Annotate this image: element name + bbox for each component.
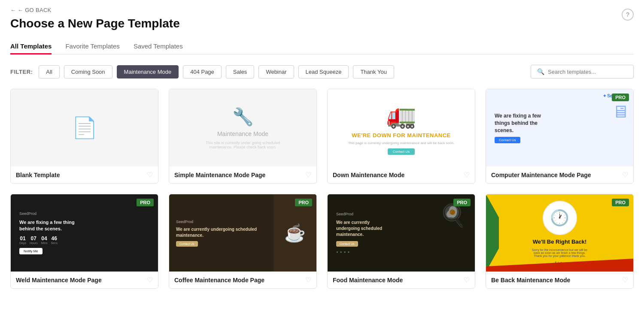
template-thumb-coffee: SeedProd We are currently undergoing sch… [169, 194, 316, 272]
help-button[interactable]: ? [622, 9, 634, 21]
filter-btn-all[interactable]: All [39, 65, 59, 78]
favorite-icon-food[interactable]: ♡ [464, 276, 470, 284]
template-thumb-blank: 📄 [11, 89, 158, 166]
beback-maintenance-preview: 🕐 We'll Be Right Back! Sorry for the inc… [486, 194, 633, 272]
count-hours: 07 [30, 235, 38, 241]
favorite-icon-coffee[interactable]: ♡ [305, 276, 311, 284]
template-thumb-weld: SeedProd We are fixing a few thing behin… [11, 194, 158, 272]
favorite-icon-down[interactable]: ♡ [464, 171, 470, 179]
food-social-2: ● [340, 250, 342, 254]
template-footer-simple: Simple Maintenance Mode Page ♡ [169, 166, 316, 183]
food-social-4: ● [348, 250, 350, 254]
favorite-icon-beback[interactable]: ♡ [622, 276, 628, 284]
simple-maintenance-title: Maintenance Mode [217, 130, 268, 137]
search-icon: 🔍 [537, 68, 544, 75]
blank-doc-icon: 📄 [72, 116, 97, 140]
coffee-maintenance-preview: SeedProd We are currently undergoing sch… [169, 194, 316, 272]
tab-favorite-templates[interactable]: Favorite Templates [65, 39, 119, 54]
computer-maintenance-preview: ✦ SeedProd We are fixing a few things be… [486, 89, 633, 166]
weld-countdown: 01Days 07Hours 04Mins 46Secs [19, 235, 58, 245]
tab-all-templates[interactable]: All Templates [10, 39, 52, 54]
template-name-computer: Computer Maintenance Mode Page [491, 172, 591, 178]
go-back-text: ← GO BACK [18, 7, 52, 13]
count-secs: 46 [51, 235, 58, 241]
favorite-icon-weld[interactable]: ♡ [147, 276, 153, 284]
weld-maintenance-preview: SeedProd We are fixing a few thing behin… [11, 194, 158, 272]
template-card-coffee-maintenance[interactable]: SeedProd We are currently undergoing sch… [169, 194, 317, 289]
simple-maintenance-preview: 🔧 Maintenance Mode This site is currentl… [204, 107, 282, 149]
filter-btn-sales[interactable]: Sales [226, 65, 255, 78]
search-input[interactable] [548, 69, 627, 75]
pro-badge-coffee: PRO [295, 199, 312, 206]
computer-cta-btn: Contact Us [495, 137, 520, 143]
coffee-left-panel: SeedProd We are currently undergoing sch… [169, 194, 273, 272]
filter-btn-coming-soon[interactable]: Coming Soon [64, 65, 112, 78]
favorite-icon-computer[interactable]: ♡ [622, 171, 628, 179]
clock-icon: 🕐 [543, 201, 577, 235]
filter-row: FILTER: All Coming Soon Maintenance Mode… [10, 65, 634, 78]
template-card-down-maintenance[interactable]: 🚛 WE'RE DOWN FOR MAINTENANCE This page i… [327, 89, 475, 184]
truck-icon: 🚛 [386, 101, 416, 130]
coffee-logo: SeedProd [176, 220, 267, 224]
down-maintenance-subtext: This page is currently undergoing mainte… [348, 141, 454, 145]
filter-btn-thank-you[interactable]: Thank You [353, 65, 394, 78]
food-maintenance-preview: SeedProd We are currently undergoing sch… [328, 194, 475, 272]
food-social-3: ● [344, 250, 346, 254]
template-thumb-simple: 🔧 Maintenance Mode This site is currentl… [169, 89, 316, 166]
filter-btn-lead-squeeze[interactable]: Lead Squeeze [298, 65, 349, 78]
down-maintenance-btn: Contact Us [388, 148, 415, 155]
favorite-icon-blank[interactable]: ♡ [147, 171, 153, 179]
monitor-icon: 🖥 [612, 102, 629, 121]
down-maintenance-preview: 🚛 WE'RE DOWN FOR MAINTENANCE This page i… [328, 89, 475, 166]
filter-btn-webinar[interactable]: Webinar [258, 65, 294, 78]
template-name-food: Food Maintenance Mode [333, 277, 403, 284]
wrench-icon: 🔧 [232, 107, 254, 127]
template-name-weld: Weld Maintenance Mode Page [16, 277, 102, 284]
food-social-1: ● [336, 250, 338, 254]
weld-btn: Notify Me [19, 248, 43, 254]
template-footer-food: Food Maintenance Mode ♡ [328, 272, 475, 288]
count-secs-lbl: Secs [51, 241, 58, 245]
template-footer-down: Down Maintenance Mode ♡ [328, 166, 475, 183]
template-footer-coffee: Coffee Maintenance Mode Page ♡ [169, 272, 316, 288]
food-text: We are currently undergoing scheduled ma… [336, 220, 392, 238]
green-wave [486, 194, 499, 272]
food-logo: SeedProd [336, 212, 353, 216]
weld-text: We are fixing a few thing behind the sce… [19, 219, 75, 232]
template-card-beback-maintenance[interactable]: 🕐 We'll Be Right Back! Sorry for the inc… [486, 194, 634, 289]
template-thumb-down: 🚛 WE'RE DOWN FOR MAINTENANCE This page i… [328, 89, 475, 166]
beback-subtext: Sorry for the inconvenience but we will … [530, 248, 590, 257]
template-name-beback: Be Back Maintenance Mode [491, 277, 570, 284]
filter-label: FILTER: [10, 69, 33, 75]
weld-logo: SeedProd [19, 211, 36, 216]
coffee-text: We are currently undergoing scheduled ma… [176, 226, 267, 238]
favorite-icon-simple[interactable]: ♡ [305, 171, 311, 179]
filter-btn-maintenance[interactable]: Maintenance Mode [117, 65, 179, 78]
page-title: Choose a New Page Template [10, 17, 634, 30]
template-footer-weld: Weld Maintenance Mode Page ♡ [11, 272, 158, 288]
count-mins: 04 [41, 235, 48, 241]
template-footer-blank: Blank Template ♡ [11, 166, 158, 183]
coffee-btn: Contact Us [176, 241, 198, 247]
template-card-blank[interactable]: 📄 Blank Template ♡ [10, 89, 158, 184]
pro-badge-food: PRO [453, 199, 471, 206]
template-card-computer-maintenance[interactable]: ✦ SeedProd We are fixing a few things be… [486, 89, 634, 184]
template-name-blank: Blank Template [16, 172, 60, 178]
template-footer-computer: Computer Maintenance Mode Page ♡ [486, 166, 633, 183]
template-name-down: Down Maintenance Mode [333, 172, 404, 178]
go-back-link[interactable]: ← ← GO BACK [10, 7, 634, 13]
template-footer-beback: Be Back Maintenance Mode ♡ [486, 272, 633, 288]
help-icon: ? [626, 11, 629, 18]
search-box[interactable]: 🔍 [531, 65, 634, 78]
templates-grid: 📄 Blank Template ♡ 🔧 Maintenance Mode Th… [10, 89, 634, 289]
filter-btn-404[interactable]: 404 Page [183, 65, 222, 78]
tabs-container: All Templates Favorite Templates Saved T… [10, 39, 634, 54]
template-card-simple-maintenance[interactable]: 🔧 Maintenance Mode This site is currentl… [169, 89, 317, 184]
food-btn: Contact Us [336, 241, 358, 247]
count-mins-lbl: Mins [41, 241, 48, 245]
template-thumb-computer: ✦ SeedProd We are fixing a few things be… [486, 89, 633, 166]
template-card-food-maintenance[interactable]: SeedProd We are currently undergoing sch… [327, 194, 475, 289]
template-card-weld-maintenance[interactable]: SeedProd We are fixing a few thing behin… [10, 194, 158, 289]
template-name-simple: Simple Maintenance Mode Page [174, 172, 265, 178]
tab-saved-templates[interactable]: Saved Templates [134, 39, 183, 54]
